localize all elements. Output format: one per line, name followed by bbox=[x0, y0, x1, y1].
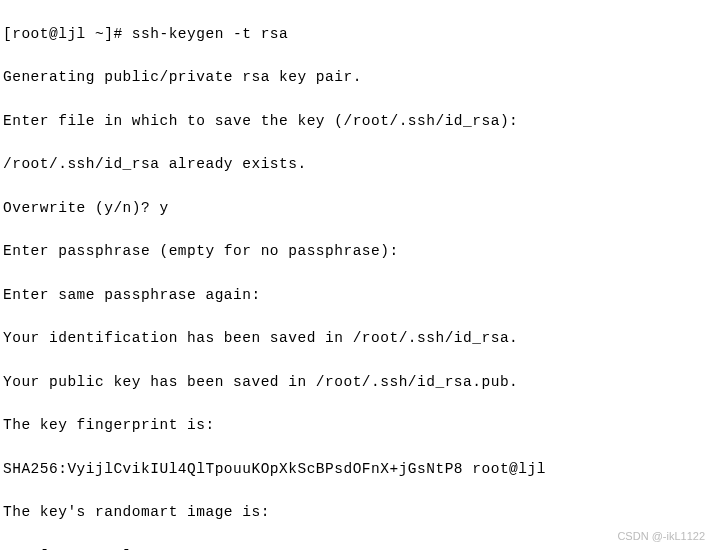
output-line: The key fingerprint is: bbox=[3, 415, 710, 437]
output-line: Generating public/private rsa key pair. bbox=[3, 67, 710, 89]
output-line: Enter same passphrase again: bbox=[3, 285, 710, 307]
output-line: The key's randomart image is: bbox=[3, 502, 710, 524]
terminal-output: [root@ljl ~]# ssh-keygen -t rsa Generati… bbox=[0, 0, 713, 550]
output-line: SHA256:VyijlCvikIUl4QlTpouuKOpXkScBPsdOF… bbox=[3, 459, 710, 481]
output-line: Enter passphrase (empty for no passphras… bbox=[3, 241, 710, 263]
output-line: /root/.ssh/id_rsa already exists. bbox=[3, 154, 710, 176]
output-line: Enter file in which to save the key (/ro… bbox=[3, 111, 710, 133]
randomart-border: +---[RSA 2048]----+ bbox=[3, 546, 710, 550]
output-line: Overwrite (y/n)? y bbox=[3, 198, 710, 220]
output-line: Your public key has been saved in /root/… bbox=[3, 372, 710, 394]
output-line: Your identification has been saved in /r… bbox=[3, 328, 710, 350]
entered-command: ssh-keygen -t rsa bbox=[132, 26, 288, 42]
watermark-text: CSDN @-ikL1122 bbox=[617, 528, 705, 545]
prompt-line-1[interactable]: [root@ljl ~]# ssh-keygen -t rsa bbox=[3, 24, 710, 46]
shell-prompt: [root@ljl ~]# bbox=[3, 26, 132, 42]
